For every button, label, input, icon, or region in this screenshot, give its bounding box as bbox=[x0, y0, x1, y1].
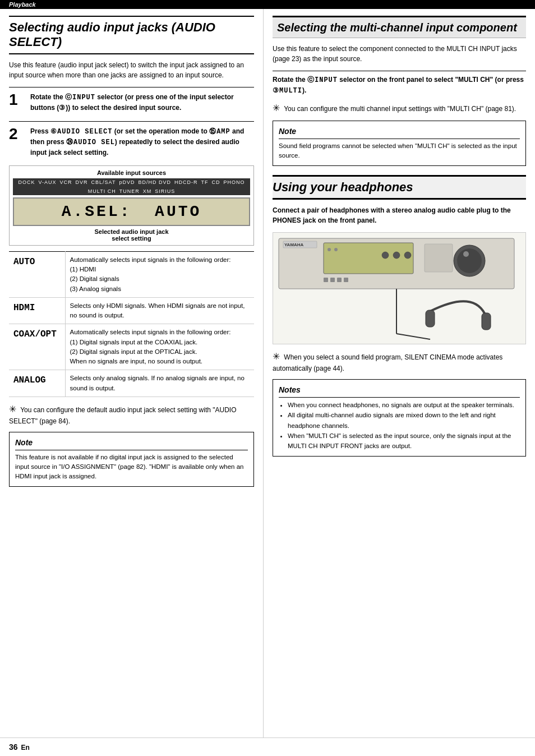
left-section-title: Selecting audio input jacks (AUDIO SELEC… bbox=[9, 16, 254, 54]
svg-rect-11 bbox=[330, 278, 335, 282]
svg-rect-3 bbox=[324, 243, 413, 274]
diagram-label: Selected audio input jackselect setting bbox=[13, 228, 250, 242]
svg-rect-10 bbox=[324, 278, 328, 282]
note2-item-3: When "MULTI CH" is selected as the input… bbox=[288, 431, 520, 451]
source-sirius: SIRIUS bbox=[155, 188, 175, 194]
source-cblsat: CBL/SAT bbox=[91, 179, 116, 185]
setting-key-auto: AUTO bbox=[9, 251, 65, 297]
svg-rect-13 bbox=[344, 278, 348, 282]
svg-line-15 bbox=[396, 334, 430, 339]
source-dvr: DVR bbox=[76, 179, 88, 185]
receiver-image: YAMAHA bbox=[273, 232, 526, 344]
right-notes2-box: Notes When you connect headphones, no si… bbox=[273, 379, 526, 457]
right-tip1: ✳ You can configure the multi channel in… bbox=[273, 102, 526, 115]
source-bdhddvd: BD/HD DVD bbox=[138, 179, 171, 185]
table-row-auto: AUTO Automatically selects input signals… bbox=[9, 251, 254, 297]
svg-text:YAMAHA: YAMAHA bbox=[284, 242, 304, 247]
step-2-number: 2 bbox=[9, 126, 25, 158]
headphones-instruction: Connect a pair of headphones with a ster… bbox=[273, 205, 526, 225]
right-note1-title: Note bbox=[279, 126, 520, 139]
table-row-hdmi: HDMI Selects only HDMI signals. When HDM… bbox=[9, 297, 254, 324]
svg-point-20 bbox=[404, 252, 411, 259]
setting-key-analog: ANALOG bbox=[9, 370, 65, 397]
svg-point-8 bbox=[457, 248, 482, 273]
page-header: Playback bbox=[0, 0, 535, 9]
source-xm: XM bbox=[143, 188, 152, 194]
svg-point-4 bbox=[328, 248, 331, 251]
right-section2-title: Using your headphones bbox=[273, 175, 526, 200]
setting-desc-analog: Selects only analog signals. If no analo… bbox=[65, 370, 254, 397]
tip2-star-icon: ✳ bbox=[273, 352, 280, 361]
step-2-text: Press ⑥AUDIO SELECT (or set the operatio… bbox=[30, 126, 254, 158]
source-multich: MULTI CH bbox=[88, 188, 116, 194]
right-tip2-text: When you select a sound field program, S… bbox=[273, 353, 502, 372]
right-tip1-text: You can configure the multi channel inpu… bbox=[284, 105, 516, 113]
header-label: Playback bbox=[9, 1, 36, 8]
source-dock: DOCK bbox=[19, 179, 35, 185]
page-number: 36 bbox=[9, 743, 18, 752]
setting-desc-auto: Automatically selects input signals in t… bbox=[65, 251, 254, 297]
svg-rect-17 bbox=[482, 313, 491, 330]
right-notes2-title: Notes bbox=[279, 384, 520, 398]
source-tuner: TUNER bbox=[119, 188, 140, 194]
left-intro: Use this feature (audio input jack selec… bbox=[9, 60, 254, 80]
right-note1-box: Note Sound field programs cannot be sele… bbox=[273, 121, 526, 166]
svg-rect-12 bbox=[337, 278, 342, 282]
tip-star-icon: ✳ bbox=[9, 404, 16, 414]
tip1-star-icon: ✳ bbox=[273, 103, 280, 113]
source-hdcdr: HDCD-R bbox=[174, 179, 198, 185]
source-phono: PHONO bbox=[223, 179, 245, 185]
headphones-section: Using your headphones Connect a pair of … bbox=[273, 175, 526, 457]
left-column: Selecting audio input jacks (AUDIO SELEC… bbox=[0, 9, 264, 737]
step-1: 1 Rotate the ⓒINPUT selector (or press o… bbox=[9, 87, 254, 113]
receiver-svg: YAMAHA bbox=[273, 233, 520, 344]
left-tip: ✳ You can configure the default audio in… bbox=[9, 403, 254, 426]
page-suffix: En bbox=[21, 744, 29, 752]
left-note-title: Note bbox=[15, 437, 248, 450]
source-pdvd: pDVD bbox=[119, 179, 135, 185]
right-column: Selecting the multi-channel input compon… bbox=[264, 9, 535, 737]
svg-point-19 bbox=[393, 252, 400, 259]
step-1-text: Rotate the ⓒINPUT selector (or press one… bbox=[30, 92, 254, 113]
right-notes2-list: When you connect headphones, no signals … bbox=[279, 400, 520, 451]
svg-rect-16 bbox=[426, 310, 435, 327]
table-row-analog: ANALOG Selects only analog signals. If n… bbox=[9, 370, 254, 397]
source-tf: TF bbox=[201, 179, 208, 185]
display-screen: A.SEL: AUTO bbox=[13, 197, 250, 226]
left-note-text: This feature is not available if no digi… bbox=[15, 453, 248, 482]
setting-key-hdmi: HDMI bbox=[9, 297, 65, 324]
right-section1-title: Selecting the multi-channel input compon… bbox=[273, 16, 526, 38]
svg-point-18 bbox=[382, 252, 389, 259]
right-note1-text: Sound field programs cannot be selected … bbox=[279, 141, 520, 161]
svg-rect-6 bbox=[425, 244, 453, 272]
step-2: 2 Press ⑥AUDIO SELECT (or set the operat… bbox=[9, 121, 254, 158]
rotate-instruction: Rotate the ⓒINPUT selector on the front … bbox=[273, 71, 526, 96]
input-sources-bar: DOCK V-AUX VCR DVR CBL/SAT pDVD BD/HD DV… bbox=[13, 178, 250, 195]
left-note-box: Note This feature is not available if no… bbox=[9, 432, 254, 487]
note2-item-2: All digital multi-channel audio signals … bbox=[288, 410, 520, 431]
svg-point-5 bbox=[334, 248, 338, 251]
svg-point-9 bbox=[463, 251, 469, 257]
table-row-coaxopt: COAX/OPT Automatically selects input sig… bbox=[9, 324, 254, 370]
diagram-title: Available input sources bbox=[13, 169, 250, 176]
setting-desc-hdmi: Selects only HDMI signals. When HDMI sig… bbox=[65, 297, 254, 324]
settings-table: AUTO Automatically selects input signals… bbox=[9, 251, 254, 397]
right-tip2: ✳ When you select a sound field program,… bbox=[273, 350, 526, 374]
step-1-number: 1 bbox=[9, 92, 25, 113]
left-tip-text: You can configure the default audio inpu… bbox=[9, 406, 237, 425]
setting-desc-coaxopt: Automatically selects input signals in t… bbox=[65, 324, 254, 370]
page-number-bar: 36 En bbox=[0, 737, 535, 756]
source-vcr: VCR bbox=[60, 179, 72, 185]
source-vaux: V-AUX bbox=[39, 179, 57, 185]
note2-item-1: When you connect headphones, no signals … bbox=[288, 400, 520, 410]
right-section1-intro: Use this feature to select the component… bbox=[273, 44, 526, 64]
setting-key-coaxopt: COAX/OPT bbox=[9, 324, 65, 370]
diagram-box: Available input sources DOCK V-AUX VCR D… bbox=[9, 165, 254, 246]
source-cd: CD bbox=[211, 179, 220, 185]
